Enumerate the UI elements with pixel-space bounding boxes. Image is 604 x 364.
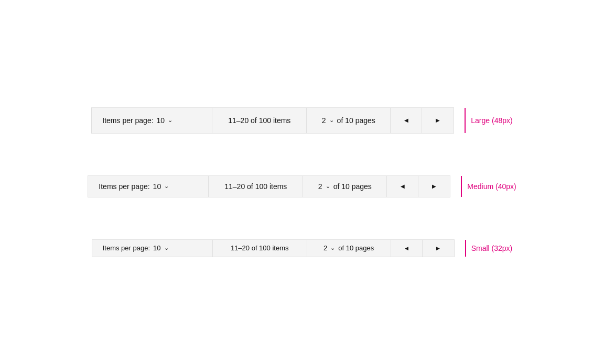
items-per-page-value-large: 10 (157, 116, 165, 125)
prev-button-small[interactable]: ◀ (391, 240, 423, 257)
next-button-small[interactable]: ▶ (423, 240, 454, 257)
item-range-text-large: 11–20 of 100 items (228, 116, 290, 125)
items-per-page-large[interactable]: Items per page: 10 ⌄ (92, 108, 212, 133)
size-label-large: Large (48px) (471, 116, 512, 125)
annotation-bar-medium (461, 176, 462, 197)
annotation-bar-small (465, 240, 466, 257)
prev-button-medium[interactable]: ◀ (387, 176, 418, 197)
items-per-page-value-small: 10 (153, 244, 160, 252)
pagination-bar-small: Items per page: 10 ⌄ 11–20 of 100 items … (92, 239, 455, 257)
item-range-large: 11–20 of 100 items (212, 108, 307, 133)
next-button-large[interactable]: ▶ (422, 108, 454, 133)
page-select-large[interactable]: 2 ⌄ of 10 pages (307, 108, 391, 133)
items-per-page-chevron-large[interactable]: ⌄ (168, 117, 172, 124)
pagination-bar-medium: Items per page: 10 ⌄ 11–20 of 100 items … (88, 175, 450, 197)
demo-section-large: Items per page: 10 ⌄ 11–20 of 100 items … (91, 107, 512, 134)
items-per-page-small[interactable]: Items per page: 10 ⌄ (92, 240, 213, 257)
current-page-small: 2 (323, 244, 327, 252)
item-range-text-medium: 11–20 of 100 items (224, 182, 287, 191)
demo-section-medium: Items per page: 10 ⌄ 11–20 of 100 items … (88, 175, 516, 197)
annotation-small: Small (32px) (465, 240, 513, 257)
prev-button-large[interactable]: ◀ (391, 108, 422, 133)
current-page-medium: 2 (318, 182, 322, 191)
page-select-small[interactable]: 2 ⌄ of 10 pages (307, 240, 391, 257)
page-chevron-small[interactable]: ⌄ (330, 245, 335, 251)
next-icon-medium: ▶ (432, 183, 436, 189)
demo-section-small: Items per page: 10 ⌄ 11–20 of 100 items … (92, 239, 513, 257)
annotation-medium: Medium (40px) (461, 176, 516, 197)
total-pages-large: of 10 pages (337, 116, 375, 125)
current-page-large: 2 (322, 116, 326, 125)
total-pages-small: of 10 pages (338, 244, 374, 252)
item-range-medium: 11–20 of 100 items (209, 176, 303, 197)
prev-icon-large: ◀ (404, 117, 408, 123)
items-per-page-label-med: Items per page: (99, 182, 149, 191)
item-range-text-small: 11–20 of 100 items (231, 244, 289, 252)
items-per-page-medium[interactable]: Items per page: 10 ⌄ (88, 176, 209, 197)
pagination-bar-large: Items per page: 10 ⌄ 11–20 of 100 items … (91, 107, 454, 134)
total-pages-medium: of 10 pages (333, 182, 372, 191)
next-icon-large: ▶ (436, 117, 440, 123)
next-button-medium[interactable]: ▶ (418, 176, 450, 197)
items-per-page-label: Items per page: (102, 116, 153, 125)
items-per-page-label-sm: Items per page: (103, 244, 150, 252)
item-range-small: 11–20 of 100 items (213, 240, 307, 257)
items-per-page-chevron-small[interactable]: ⌄ (164, 245, 169, 251)
annotation-large: Large (48px) (465, 108, 512, 133)
items-per-page-chevron-medium[interactable]: ⌄ (164, 183, 169, 190)
page-chevron-medium[interactable]: ⌄ (326, 183, 330, 190)
size-label-small: Small (32px) (471, 244, 513, 252)
next-icon-small: ▶ (436, 246, 440, 251)
page-chevron-large[interactable]: ⌄ (329, 117, 334, 124)
size-label-medium: Medium (40px) (467, 182, 516, 191)
prev-icon-small: ◀ (405, 246, 408, 251)
prev-icon-medium: ◀ (401, 183, 405, 189)
items-per-page-value-medium: 10 (153, 182, 161, 191)
annotation-bar-large (465, 108, 466, 133)
page-select-medium[interactable]: 2 ⌄ of 10 pages (303, 176, 387, 197)
